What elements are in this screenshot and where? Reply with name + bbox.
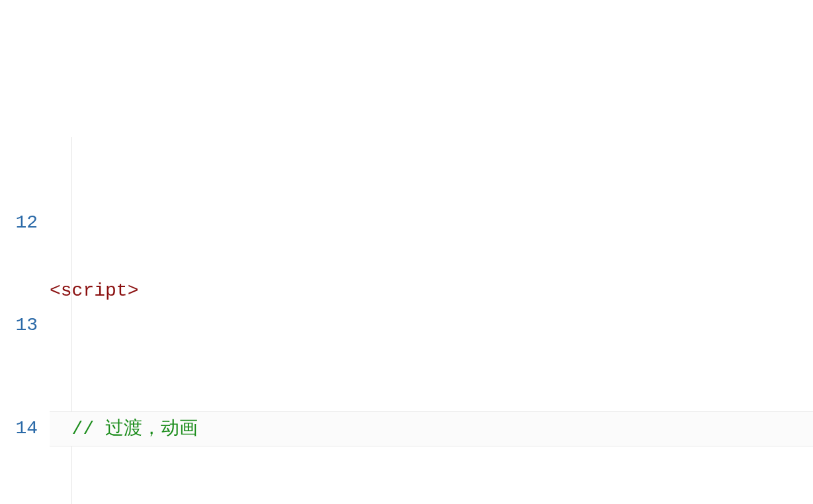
indent-guide	[71, 137, 72, 504]
tag-close: >	[128, 280, 139, 301]
indent	[50, 419, 72, 439]
code-line-active[interactable]: // 过渡，动画	[50, 411, 813, 447]
tag-name: script	[61, 280, 128, 301]
line-number: 12	[0, 206, 38, 240]
code-line[interactable]: <script>	[50, 274, 813, 308]
code-area[interactable]: <script> // 过渡，动画 const app = Vue.create…	[50, 137, 813, 504]
code-editor[interactable]: 12 13 14 15 16 17 18 19 20 21 22 23 24 2…	[0, 137, 813, 504]
tag-open: <	[50, 280, 61, 301]
line-number-gutter: 12 13 14 15 16 17 18 19 20 21 22 23 24 2…	[0, 137, 50, 504]
line-number: 13	[0, 308, 38, 343]
line-number: 14	[0, 411, 38, 446]
comment: // 过渡，动画	[72, 419, 198, 439]
